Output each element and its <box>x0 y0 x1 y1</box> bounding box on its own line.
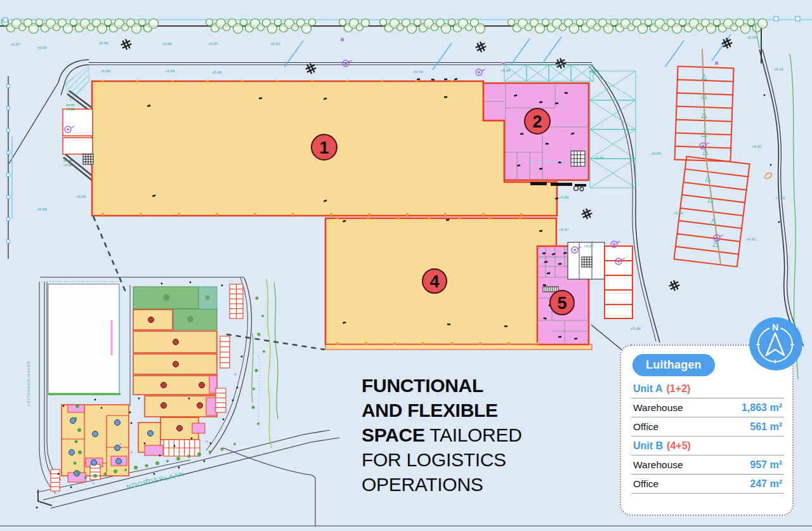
svg-text:+5.88: +5.88 <box>589 69 599 73</box>
svg-text:+5.88: +5.88 <box>501 68 511 72</box>
site-plan-page: +5.87+5.90+5.86+5.86+5.87+5.82+5.88+5.86… <box>0 0 812 531</box>
svg-text:sorde: sorde <box>63 159 72 162</box>
building-badge-4: 4 <box>422 269 447 293</box>
svg-text:+5.98: +5.98 <box>631 326 641 331</box>
svg-text:+5.95: +5.95 <box>747 35 757 39</box>
svg-text:+5.83: +5.83 <box>673 211 683 215</box>
headline-line-3: SPACE TAILORED <box>362 423 539 447</box>
inset-overview-map <box>37 277 339 508</box>
svg-text:+5.89: +5.89 <box>559 195 569 199</box>
headline-line-2: AND FLEXIBLE <box>362 398 539 423</box>
office-label: Office <box>633 421 658 433</box>
inset-green-verge <box>252 279 278 448</box>
svg-text:+5.84: +5.84 <box>651 151 661 155</box>
unit-a-header-row: Unit A (1+2) <box>631 379 784 398</box>
unit-b-label: Unit B <box>633 440 663 452</box>
headline-line-1: FUNCTIONAL <box>362 373 539 398</box>
parking-grid-south <box>674 157 750 267</box>
svg-text:1: 1 <box>319 138 329 157</box>
unit-b-warehouse-row: Warehouse 957 m² <box>631 456 784 475</box>
unit-b-buildings: (4+5) <box>667 440 691 452</box>
compass-north-label: N <box>772 322 778 332</box>
warehouse-label: Warehouse <box>633 402 683 414</box>
headline-line-5: OPERATIONS <box>362 472 539 497</box>
unit-a-buildings: (1+2) <box>667 383 691 395</box>
svg-text:+5.88: +5.88 <box>100 69 110 73</box>
svg-text:+6.00: +6.00 <box>66 107 75 111</box>
svg-text:2: 2 <box>532 112 542 131</box>
compass-north-indicator: N <box>749 317 802 370</box>
svg-text:+5.86: +5.86 <box>594 155 604 160</box>
headline-line-4: FOR LOGISTICS <box>362 447 539 472</box>
svg-text:+5.85: +5.85 <box>76 194 86 199</box>
svg-text:+5.86: +5.86 <box>212 70 222 74</box>
office-value: 561 m² <box>750 421 782 433</box>
svg-text:+5.82: +5.82 <box>270 41 280 46</box>
svg-text:+5.90: +5.90 <box>413 69 423 74</box>
warehouse-label: Warehouse <box>633 459 683 471</box>
svg-text:+5.83: +5.83 <box>752 144 762 148</box>
svg-text:+5.89: +5.89 <box>37 207 47 211</box>
building-badge-1: 1 <box>311 134 337 160</box>
svg-text:5: 5 <box>557 294 566 313</box>
svg-text:4: 4 <box>429 272 439 291</box>
office-value: 247 m² <box>750 478 782 490</box>
svg-text:+5.82: +5.82 <box>775 195 785 200</box>
project-name-badge: Luithagen <box>632 354 715 376</box>
inset-empty-parcel <box>48 284 119 395</box>
street-label-noorderlaan: NOORDERLAAN <box>126 470 185 490</box>
svg-text:+6.11: +6.11 <box>774 67 784 71</box>
svg-text:+5.97: +5.97 <box>559 227 569 232</box>
svg-text:+5.87: +5.87 <box>208 41 218 46</box>
compass-rose-icon: N <box>749 317 802 370</box>
parking-bay-east-of-5 <box>605 246 632 318</box>
svg-text:+5.86: +5.86 <box>162 41 172 46</box>
svg-text:+5.87: +5.87 <box>10 42 20 46</box>
svg-text:sorde: sorde <box>66 103 75 107</box>
svg-text:+5.90: +5.90 <box>37 45 47 49</box>
svg-text:+5.86: +5.86 <box>98 41 108 45</box>
warehouse-value: 1,863 m² <box>742 402 782 414</box>
marketing-headline: FUNCTIONAL AND FLEXIBLE SPACE TAILORED F… <box>362 373 539 497</box>
unit-a-office-row: Office 561 m² <box>631 417 784 436</box>
building-badge-5: 5 <box>550 291 574 315</box>
unit-b-office-row: Office 247 m² <box>631 475 784 494</box>
street-label-side: LUITHAGEN-HAVEN <box>27 360 30 406</box>
svg-text:+6.04: +6.04 <box>63 163 72 167</box>
unit-a-warehouse-row: Warehouse 1,863 m² <box>631 398 784 417</box>
building-badge-2: 2 <box>525 108 550 134</box>
unit-b-header-row: Unit B (4+5) <box>631 436 784 456</box>
warehouse-value: 957 m² <box>750 459 782 471</box>
unit-a-label: Unit A <box>633 383 663 395</box>
office-label: Office <box>633 478 658 490</box>
svg-text:+5.86: +5.86 <box>165 69 175 73</box>
svg-text:+5.81: +5.81 <box>746 237 756 241</box>
svg-text:+5.87: +5.87 <box>584 244 594 248</box>
